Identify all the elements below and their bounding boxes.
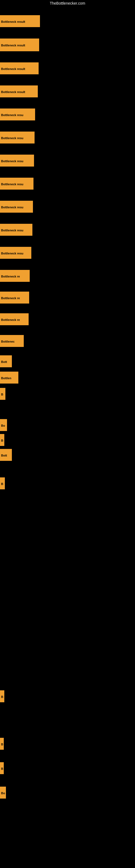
bottleneck-result-label: B	[0, 690, 4, 702]
bottleneck-result-label: Bottlen	[0, 372, 18, 383]
bottleneck-result-label: Bo	[0, 786, 6, 799]
bottleneck-result-label: B	[0, 762, 4, 774]
bottleneck-result-label: Bottleneck result	[0, 15, 40, 27]
bottleneck-result-label: B	[0, 738, 4, 750]
bottleneck-result-label: B	[0, 477, 5, 489]
bottleneck-result-label: Bottleneck result	[0, 86, 38, 97]
bottleneck-result-label: Bo	[0, 419, 7, 431]
site-title: TheBottlenecker.com	[0, 0, 135, 6]
bottleneck-result-label: Bottleneck result	[0, 62, 39, 74]
bottleneck-result-label: Bottlenec	[0, 335, 24, 347]
bottleneck-result-label: B	[0, 388, 5, 400]
bottleneck-result-label: Bottleneck resu	[0, 247, 31, 259]
bottleneck-result-label: Bott	[0, 449, 12, 461]
bottleneck-result-label: Bottleneck resu	[0, 201, 33, 213]
bottleneck-result-label: B	[0, 434, 4, 446]
bottleneck-result-label: Bottleneck re	[0, 313, 29, 325]
bottleneck-result-label: Bottleneck resu	[0, 224, 32, 236]
bottleneck-result-label: Bottleneck resu	[0, 108, 35, 120]
bottleneck-result-label: Bottleneck re	[0, 270, 30, 282]
bottleneck-result-label: Bottleneck resu	[0, 155, 34, 166]
bottleneck-result-label: Bottleneck result	[0, 38, 39, 51]
bottleneck-result-label: Bottleneck resu	[0, 131, 35, 144]
bottleneck-result-label: Bottleneck resu	[0, 178, 34, 190]
bottleneck-result-label: Bottleneck re	[0, 291, 29, 304]
bottleneck-result-label: Bott	[0, 355, 12, 367]
